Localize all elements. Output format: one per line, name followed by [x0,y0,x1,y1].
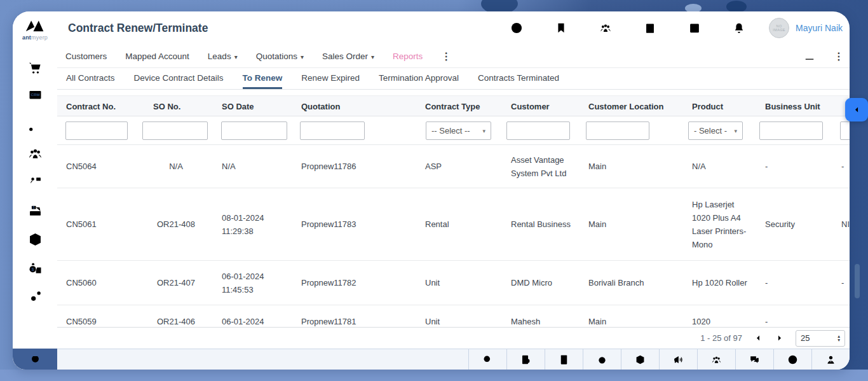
tasks-clipboard-icon[interactable] [643,21,657,35]
workstation-icon [27,174,44,191]
cell-contract-no: CN5064 [57,145,144,188]
filter-product-select[interactable]: - Select - ▾ [688,121,743,140]
filter-business-unit-input[interactable] [759,121,823,140]
toolbar-team[interactable] [697,349,735,370]
bottom-toolbar [57,349,850,370]
table-row[interactable]: CN5059 OR21-406 06-01-2024 Propnew11781 … [57,305,850,328]
sidebar-item-service[interactable] [13,111,57,139]
filter-customer-input[interactable] [506,121,570,140]
sidebar-item-crm[interactable] [13,82,57,111]
avatar[interactable]: NO IMAGE [769,18,789,38]
cell-business-unit: - [756,261,837,305]
filter-quotation-input[interactable] [300,121,365,140]
tab-all-contracts[interactable]: All Contracts [66,68,115,89]
nav-more-menu-icon[interactable]: ⋮ [441,50,451,62]
filter-so-no-input[interactable] [142,121,208,140]
person-icon [825,354,837,366]
notifications-bell-icon[interactable] [732,21,746,35]
pagination-range: 1 - 25 of 97 [700,333,742,343]
people-group-icon [710,354,722,366]
scrollbar-thumb[interactable] [855,264,860,298]
toolbar-announcement[interactable] [659,349,697,370]
tab-to-renew[interactable]: To Renew [243,68,283,89]
filter-so-date-input[interactable] [221,121,287,140]
col-quotation[interactable]: Quotation [301,96,340,117]
filter-contract-no-input[interactable] [65,121,128,140]
nav-quotations[interactable]: Quotations▾ [256,52,304,61]
filter-row: -- Select -- ▾ - Select - ▾ [57,116,850,145]
table-row[interactable]: CN5060 OR21-407 06-01-2024 11:45:53 Prop… [57,261,850,305]
col-contract-type[interactable]: Contract Type [425,96,480,117]
crm-monitor-icon [27,88,44,105]
toolbar-search[interactable] [468,349,506,370]
sidebar-item-settings[interactable] [13,282,57,311]
tab-contracts-terminated[interactable]: Contracts Terminated [478,68,559,89]
toolbar-reminder[interactable] [583,349,621,370]
sidebar-item-sales[interactable] [13,53,57,82]
toolbar-report[interactable] [545,349,583,370]
toolbar-package[interactable] [621,349,659,370]
table-header-row: Contract No. SO No. SO Date Quotation Co… [57,95,850,116]
filter-extra-input[interactable] [840,121,850,140]
bookmark-icon[interactable] [554,21,568,35]
next-page-icon[interactable] [775,333,784,343]
nav-customers[interactable]: Customers [65,52,107,61]
nav-sales-order[interactable]: Sales Order▾ [322,52,374,61]
sidebar-item-finance[interactable] [13,254,57,282]
nav-leads[interactable]: Leads▾ [208,52,238,61]
col-product[interactable]: Product [692,96,723,117]
table-row[interactable]: CN5061 OR21-408 08-01-2024 11:29:38 Prop… [57,188,850,261]
chevron-down-icon: ▾ [371,53,374,60]
meeting-icon[interactable] [599,21,613,35]
toolbar-document-clock[interactable] [506,349,545,370]
sidebar-item-workstation[interactable] [13,168,57,197]
prev-page-icon[interactable] [754,333,763,343]
filter-customer-location-input[interactable] [586,121,649,140]
contracts-table: Contract No. SO No. SO Date Quotation Co… [57,95,850,349]
col-so-no[interactable]: SO No. [153,96,180,117]
chat-icon [749,354,761,366]
cell-so-date: N/A [213,145,292,188]
toolbar-account[interactable] [811,349,850,370]
toolbar-help[interactable] [773,349,811,370]
tab-renew-expired[interactable]: Renew Expired [301,68,360,89]
cell-so-no: OR21-407 [144,261,213,305]
sidebar-item-hr[interactable] [13,139,57,168]
pagination: 1 - 25 of 97 25 ▴▾ [57,328,850,349]
logout-power-button[interactable] [13,349,57,370]
collapse-panel-button[interactable] [845,98,868,121]
nav-reports[interactable]: Reports [393,52,423,61]
col-contract-no[interactable]: Contract No. [66,96,116,117]
cell-contract-no: CN5060 [57,261,144,305]
download-icon[interactable] [803,50,816,62]
cell-so-no: OR21-408 [144,188,213,260]
select-value: -- Select -- [431,126,470,135]
cell-contract-type: Rental [416,188,502,260]
sidebar-item-billing[interactable] [13,197,57,225]
nav-mapped-account[interactable]: Mapped Account [125,52,189,61]
table-row[interactable]: CN5064 N/A N/A Propnew11786 ASP Asset Va… [57,145,850,188]
filter-contract-type-select[interactable]: -- Select -- ▾ [426,121,491,140]
sidebar-item-inventory[interactable] [13,225,57,254]
cell-customer-location: Main [580,145,683,188]
grid-more-menu-icon[interactable]: ⋮ [834,50,844,62]
page-size-select[interactable]: 25 ▴▾ [796,330,845,347]
package-box-icon [634,354,646,366]
add-icon[interactable] [510,21,524,35]
user-name[interactable]: Mayuri Naik [796,23,843,33]
col-business-unit[interactable]: Business Unit [765,96,820,117]
logo-text: antmyerp [22,34,48,41]
col-customer-location[interactable]: Customer Location [588,96,663,117]
app-logo[interactable]: antmyerp [13,11,57,53]
planner-calendar-icon[interactable] [688,21,702,35]
tab-termination-approval[interactable]: Termination Approval [379,68,459,89]
package-icon [27,231,44,248]
report-tabs: All Contracts Device Contract Details To… [57,68,850,90]
col-customer[interactable]: Customer [511,96,550,117]
cell-customer: DMD Micro [502,261,580,305]
col-so-date[interactable]: SO Date [222,96,254,117]
toolbar-chat[interactable] [735,349,773,370]
tab-device-contract-details[interactable]: Device Contract Details [134,68,224,89]
cell-customer: Rental Business [502,188,580,260]
cell-customer: Mahesh [502,305,580,328]
